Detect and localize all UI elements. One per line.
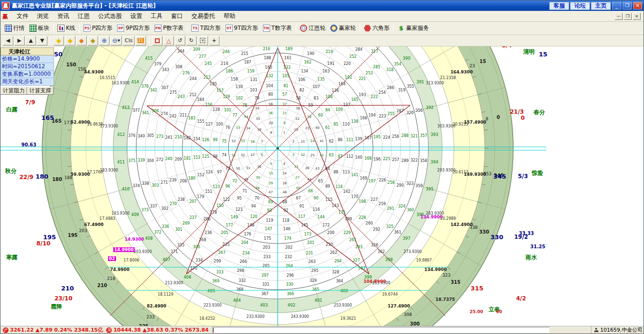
- customer-service-button[interactable]: 客服: [549, 2, 569, 10]
- svg-text:71: 71: [243, 189, 247, 193]
- svg-text:366: 366: [287, 292, 294, 296]
- svg-text:299: 299: [214, 259, 221, 263]
- forum-button[interactable]: 论坛: [570, 2, 590, 10]
- rotate-ccw-button[interactable]: ↺: [175, 36, 185, 45]
- mdi-restore-button[interactable]: ❐: [624, 13, 632, 20]
- menu-window[interactable]: 窗口: [167, 11, 187, 21]
- gann-wheel: 1234567891011121314151617181920212223242…: [0, 46, 644, 326]
- candlestick-icon: [57, 25, 64, 32]
- stock-code-input[interactable]: [212, 327, 550, 333]
- svg-text:376: 376: [128, 134, 136, 138]
- t-square-icon: TS: [191, 25, 199, 32]
- svg-text:229: 229: [344, 231, 351, 235]
- svg-text:324: 324: [398, 204, 405, 208]
- prev-button[interactable]: ◀: [3, 36, 13, 45]
- zoom-in-button[interactable]: ⊕: [99, 36, 109, 45]
- homepage-button[interactable]: 主页: [591, 2, 611, 10]
- zoom-out-button[interactable]: ⊖▼: [110, 36, 122, 45]
- svg-text:73: 73: [226, 167, 230, 171]
- p-square-button[interactable]: PS P四方形: [81, 23, 115, 34]
- diamond-tool-2-button[interactable]: ◆: [65, 36, 75, 45]
- kline-button[interactable]: K线: [55, 23, 78, 34]
- menu-gann[interactable]: 江恩: [73, 11, 94, 21]
- menu-help[interactable]: 帮助: [219, 11, 240, 21]
- sectors-button[interactable]: 板块: [27, 23, 52, 34]
- calendar-button[interactable]: 21: [136, 36, 146, 45]
- menu-news[interactable]: 资讯: [53, 11, 73, 21]
- close-button[interactable]: ×: [633, 2, 642, 9]
- filter-button[interactable]: ▼: [37, 36, 47, 45]
- gann-wheel-button[interactable]: 江恩轮: [298, 23, 328, 34]
- calc-resistance-button[interactable]: 计算阻力: [0, 87, 27, 95]
- step-row: 周天变化步长=1: [0, 78, 54, 86]
- draw-square-button[interactable]: [152, 36, 163, 45]
- gann-wheel-chart-area[interactable]: 1234567891011121314151617181920212223242…: [0, 46, 644, 326]
- svg-text:410: 410: [122, 187, 129, 191]
- svg-text:336: 336: [162, 225, 169, 229]
- p-number-table-button[interactable]: PN P数字表: [152, 23, 186, 34]
- menu-tools[interactable]: 工具: [146, 11, 167, 21]
- svg-text:294: 294: [335, 259, 342, 263]
- up-button[interactable]: ▲: [26, 36, 36, 45]
- svg-text:370: 370: [190, 266, 197, 271]
- t-square-button[interactable]: TS T四方形: [189, 23, 223, 34]
- svg-text:210: 210: [175, 135, 182, 139]
- menu-trading[interactable]: 交易委托: [187, 11, 219, 21]
- diamond-tool-3-button[interactable]: ◆: [76, 36, 87, 45]
- menu-file[interactable]: 文件: [12, 11, 33, 21]
- delete-selection-button[interactable]: ×: [198, 36, 208, 45]
- nine-p-square-button[interactable]: 9P 9P四方形: [115, 23, 152, 34]
- draw-triangle-button[interactable]: △: [163, 36, 174, 45]
- maximize-button[interactable]: ❐: [623, 2, 632, 9]
- svg-text:16.5515: 16.5515: [100, 76, 115, 80]
- svg-text:224: 224: [383, 135, 390, 140]
- svg-text:378: 378: [141, 84, 148, 89]
- svg-text:12: 12: [301, 153, 305, 157]
- menu-settings[interactable]: 设置: [126, 11, 146, 21]
- winner-wheel-button[interactable]: 赢家轮: [328, 23, 358, 34]
- svg-text:408: 408: [145, 236, 153, 241]
- svg-text:81: 81: [283, 84, 288, 88]
- svg-text:174: 174: [284, 236, 291, 241]
- minimize-button[interactable]: _: [612, 2, 621, 9]
- menu-stock-picker[interactable]: 公式选股: [94, 11, 126, 21]
- mdi-minimize-button[interactable]: —: [615, 13, 623, 20]
- quotes-button[interactable]: 行情: [2, 23, 27, 34]
- account-info: 101659,中金公司: [600, 326, 643, 334]
- diamond-tool-1-button[interactable]: ◆: [54, 36, 64, 45]
- rotate-cw-button[interactable]: ↻: [186, 36, 197, 45]
- wheel-outer-label: 21/3: [510, 108, 524, 115]
- drawing-toolbar: ◀ ▶ ▲ ▼ ◆ ◆ ◆ ◆ ⊕ ⊖▼ Cls 21 △ ↺ ↻ × +: [0, 35, 644, 46]
- svg-text:196: 196: [373, 157, 381, 162]
- svg-text:98: 98: [213, 154, 218, 159]
- svg-text:307: 307: [161, 86, 168, 90]
- svg-text:151: 151: [205, 190, 212, 194]
- menu-browse[interactable]: 浏览: [33, 11, 53, 21]
- winner-service-button[interactable]: $ 赢家服务: [395, 23, 431, 34]
- svg-text:2: 2: [292, 140, 294, 144]
- svg-text:28: 28: [282, 181, 287, 185]
- move-tool-button[interactable]: +: [209, 36, 219, 45]
- svg-text:95: 95: [237, 196, 242, 200]
- svg-text:211: 211: [180, 113, 187, 117]
- svg-text:150: 150: [66, 62, 76, 67]
- hexagon-button[interactable]: 六角形: [362, 23, 392, 34]
- svg-text:9: 9: [283, 121, 285, 125]
- t-number-table-button[interactable]: TN T数字表: [261, 23, 294, 34]
- nine-t-square-button[interactable]: 9T 9T四方形: [223, 23, 261, 34]
- svg-text:25: 25: [310, 153, 315, 157]
- svg-text:67.4900: 67.4900: [84, 222, 103, 227]
- svg-text:287: 287: [397, 109, 404, 113]
- svg-text:309: 309: [193, 47, 200, 52]
- svg-text:354: 354: [394, 62, 401, 66]
- next-button[interactable]: ▶: [14, 36, 25, 45]
- svg-text:180: 180: [188, 176, 195, 181]
- svg-text:41: 41: [319, 139, 324, 143]
- cls-button[interactable]: Cls: [123, 36, 134, 45]
- svg-text:221: 221: [359, 77, 366, 81]
- calc-support-button[interactable]: 计算支撑: [27, 87, 54, 95]
- mdi-close-button[interactable]: ×: [633, 13, 641, 20]
- svg-text:31: 31: [246, 166, 250, 170]
- svg-text:201: 201: [307, 241, 314, 245]
- diamond-tool-4-button[interactable]: ◆: [88, 36, 98, 45]
